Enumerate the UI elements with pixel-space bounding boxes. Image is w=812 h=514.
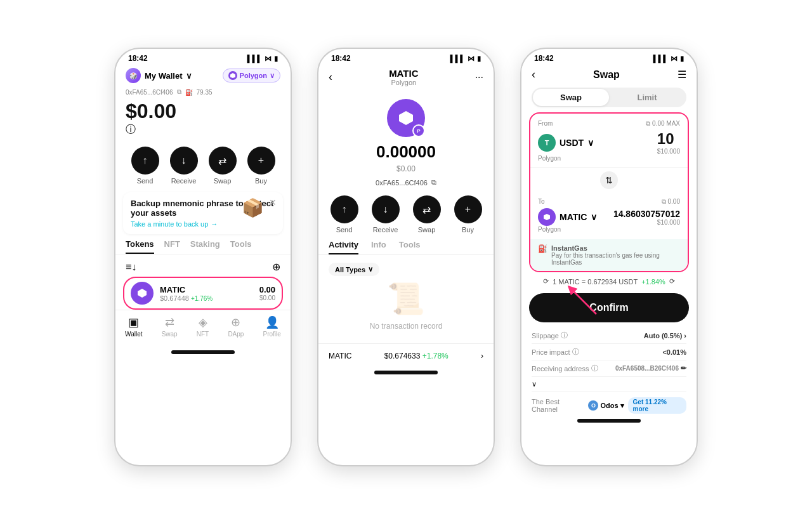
slippage-value[interactable]: Auto (0.5%) › — [644, 332, 686, 339]
tab-info[interactable]: Info — [371, 240, 386, 254]
coin-title: MATIC — [389, 68, 418, 79]
buy-button-2[interactable]: + Buy — [454, 195, 482, 234]
action-buttons-1: ↑ Send ↓ Receive ⇄ Swap + Buy — [115, 144, 291, 192]
to-usd: $10.000 — [613, 219, 680, 226]
from-balance: ⧉ 0.00 MAX — [646, 120, 680, 128]
tab-activity[interactable]: Activity — [329, 240, 358, 254]
network-name: Polygon — [240, 72, 267, 79]
price-impact-info-icon: ⓘ — [572, 347, 579, 357]
copy-icon-2[interactable]: ⧉ — [431, 178, 436, 187]
dapp-nav-label: DApp — [228, 331, 244, 338]
tab-staking[interactable]: Staking — [190, 239, 220, 254]
slippage-chevron: › — [684, 332, 686, 339]
dapp-nav-icon: ⊕ — [231, 315, 240, 329]
spinner-icon: ⟳ — [543, 277, 549, 286]
token-amount: 0.00 — [259, 285, 275, 294]
token-price: $0.67448 +1.76% — [160, 294, 253, 302]
send-button[interactable]: ↑ Send — [131, 147, 159, 185]
odos-badge[interactable]: O Odos ▾ — [588, 400, 624, 411]
swap-form: From ⧉ 0.00 MAX T USDT ∨ — [529, 112, 689, 272]
address-text-2: 0xFA65...6Cf406 — [376, 179, 428, 187]
nav-wallet[interactable]: ▣ Wallet — [125, 315, 142, 338]
receive-button-2[interactable]: ↓ Receive — [372, 195, 400, 234]
wifi-icon: ⋈ — [265, 55, 272, 63]
buy-button[interactable]: + Buy — [247, 147, 275, 185]
network-badge[interactable]: Polygon ∨ — [223, 69, 280, 82]
chevron-right-icon: › — [481, 352, 483, 360]
wallet-selector[interactable]: 🎲 My Wallet ∨ — [126, 68, 192, 83]
swap-direction-button[interactable]: ⇅ — [600, 171, 618, 189]
phone3-wrapper: 18:42 ▌▌▌ ⋈ ▮ ‹ Swap ☰ Swap Limit — [520, 48, 698, 466]
buy-icon-2: + — [454, 195, 482, 223]
matic-icon — [131, 282, 154, 305]
sort-icon[interactable]: ≡↓ — [126, 261, 136, 273]
nav-dapp[interactable]: ⊕ DApp — [228, 315, 244, 338]
coin-usd: $0.00 — [318, 164, 494, 173]
receive-button[interactable]: ↓ Receive — [170, 147, 198, 185]
home-indicator-2 — [374, 371, 438, 374]
from-usd: $10.000 — [657, 148, 680, 155]
confirm-button[interactable]: Confirm — [529, 293, 689, 322]
battery-icon-3: ▮ — [680, 55, 684, 63]
receiving-info-icon: ⓘ — [591, 364, 598, 373]
polygon-icon — [228, 71, 237, 80]
phone1-header: 🎲 My Wallet ∨ Polygon ∨ — [115, 65, 291, 88]
usdt-icon: T — [538, 134, 556, 152]
balance-icon-to: ⧉ — [662, 198, 666, 205]
buy-label: Buy — [255, 177, 267, 185]
receiving-row: Receiving address ⓘ 0xFA6508...B26Cf406 … — [532, 360, 686, 377]
send-button-2[interactable]: ↑ Send — [331, 195, 358, 234]
from-token-chevron: ∨ — [587, 138, 594, 148]
tab-nft[interactable]: NFT — [164, 239, 180, 254]
nav-nft[interactable]: ◈ NFT — [197, 315, 209, 338]
token-info: MATIC $0.67448 +1.76% — [160, 285, 253, 302]
tab-tools[interactable]: Tools — [230, 239, 252, 254]
matic-price-bar[interactable]: MATIC $0.674633 +1.78% › — [318, 343, 494, 368]
status-bar-2: 18:42 ▌▌▌ ⋈ ▮ — [318, 49, 494, 65]
gas-value: 79.35 — [197, 89, 213, 96]
swap-tabs: Swap Limit — [532, 88, 686, 107]
backup-banner: ✕ Backup mnemonic phrase to protect your… — [123, 192, 283, 234]
to-token-name: MATIC — [560, 212, 587, 222]
buy-label-2: Buy — [462, 226, 474, 234]
balance-icon-from: ⧉ — [646, 120, 650, 127]
matic-token-row[interactable]: MATIC $0.67448 +1.76% 0.00 $0.00 — [123, 277, 283, 310]
nft-nav-label: NFT — [197, 331, 209, 338]
filter-button[interactable]: All Types ∨ — [329, 263, 379, 276]
expand-chevron[interactable]: ∨ — [532, 380, 537, 388]
refresh-icon[interactable]: ⟳ — [669, 277, 675, 286]
to-token-select[interactable]: MATIC ∨ — [538, 208, 597, 226]
filter-label: All Types — [335, 266, 365, 273]
to-amount-block: 14.86030757012 $10.000 — [613, 209, 680, 226]
from-token-select[interactable]: T USDT ∨ — [538, 134, 594, 152]
from-amount[interactable]: 10 — [657, 130, 680, 148]
swap-from-section: From ⧉ 0.00 MAX T USDT ∨ — [530, 114, 688, 168]
back-icon-3[interactable]: ‹ — [532, 68, 535, 81]
rate-change: +1.84% — [641, 278, 665, 286]
swap-button-1[interactable]: ⇄ Swap — [209, 147, 237, 185]
token-balance: 0.00 $0.00 — [259, 285, 275, 301]
more-icon-2[interactable]: ··· — [475, 72, 483, 83]
swap-tab-limit[interactable]: Limit — [609, 89, 685, 106]
phone1-content: 🎲 My Wallet ∨ Polygon ∨ 0xFA65...6Cf406 — [115, 65, 291, 310]
tab-tokens[interactable]: Tokens — [126, 239, 154, 254]
add-token-icon[interactable]: ⊕ — [272, 261, 280, 273]
backup-close-button[interactable]: ✕ — [269, 197, 277, 208]
nav-profile[interactable]: 👤 Profile — [263, 315, 281, 338]
swap-tab-swap[interactable]: Swap — [533, 89, 609, 106]
receiving-label: Receiving address ⓘ — [532, 364, 598, 373]
confirm-label: Confirm — [589, 302, 628, 313]
receiving-expand-row: ∨ — [532, 377, 686, 392]
swap-button-2[interactable]: ⇄ Swap — [413, 195, 441, 234]
signal-icon: ▌▌▌ — [247, 55, 262, 62]
edit-icon[interactable]: ✏ — [681, 364, 686, 372]
nav-swap[interactable]: ⇄ Swap — [162, 315, 178, 338]
back-icon-2[interactable]: ‹ — [329, 70, 332, 84]
receive-label-2: Receive — [373, 226, 398, 234]
phone3-content: ‹ Swap ☰ Swap Limit From — [521, 65, 697, 416]
tab-tools-2[interactable]: Tools — [399, 240, 421, 254]
backup-link[interactable]: Take a minute to back up → — [131, 220, 275, 228]
copy-icon-1[interactable]: ⧉ — [177, 88, 181, 96]
backup-arrow-icon: → — [211, 220, 218, 228]
list-icon[interactable]: ☰ — [678, 69, 686, 81]
